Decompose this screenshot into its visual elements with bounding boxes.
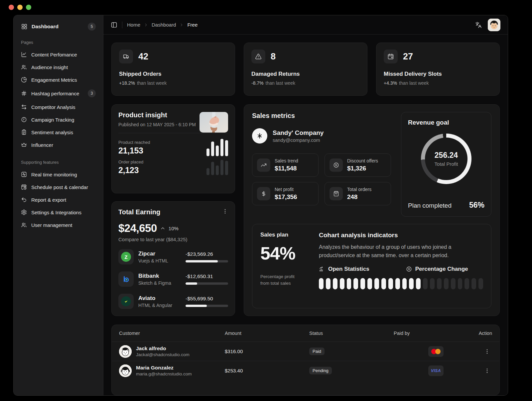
company-name: Sandy' Company [273, 129, 324, 137]
company-amount: -$12,650.31 [186, 273, 228, 279]
progress-bar [186, 305, 228, 307]
company-row-zipcar: Z Zipcar Vuejs & HTML -$23,569.26 [118, 249, 228, 264]
window-controls[interactable] [9, 5, 31, 10]
customer-email: maria.g@shadcnstudio.com [136, 371, 192, 376]
trending-up-icon [261, 162, 267, 168]
gear-icon [21, 209, 27, 215]
hash-icon [21, 90, 27, 96]
metric-label: Product reached [118, 140, 150, 145]
close-window-button[interactable] [9, 5, 14, 10]
dashboard-count-badge: 5 [88, 23, 96, 31]
sidebar-item-competitor-analysis[interactable]: Competitor Analysis [18, 101, 98, 113]
avatar [119, 364, 132, 377]
stat-value: 8 [271, 51, 276, 62]
cohort-pill-progress [319, 278, 483, 289]
total-earning-delta: 10% [169, 226, 179, 231]
amount-cell: $316.00 [225, 349, 309, 354]
bar-chart-trend-icon [319, 266, 325, 272]
avatar [119, 345, 132, 358]
maximize-window-button[interactable] [26, 5, 31, 10]
sales-metrics-card: Sales metrics Sandy' Company sandy@compa… [244, 104, 500, 316]
progress-bar [186, 260, 228, 262]
breadcrumb-home[interactable]: Home [127, 22, 140, 28]
users-icon [21, 222, 27, 228]
row-actions-kebab-icon[interactable] [484, 368, 490, 374]
tile-discount-offers[interactable]: Discount offers $1,326 [325, 153, 391, 177]
app-window: Dashboard 5 Pages Content Perfomance Aud… [13, 15, 508, 396]
tile-sales-trend[interactable]: Sales trend $11,548 [252, 153, 319, 177]
sidebar-item-report-export[interactable]: Report & export [18, 193, 98, 206]
sidebar-item-engagement-metrics[interactable]: Engagement Metrics [18, 73, 98, 86]
status-badge: Paid [309, 348, 325, 355]
stat-value: 42 [138, 51, 148, 62]
stat-label: Missed Delivery Slots [384, 71, 492, 77]
total-earning-card: Total Earning $24,650 10% Compare to las… [111, 201, 235, 316]
chart-line-icon [21, 51, 27, 57]
company-email: sandy@company.com [273, 138, 324, 143]
kebab-menu-icon[interactable] [222, 208, 228, 214]
customer-email: Jackal@shadcnstudio.com [136, 352, 190, 357]
sidebar-item-real-time-monitoring[interactable]: Real time monitoring [18, 168, 98, 181]
minimize-window-button[interactable] [17, 5, 23, 10]
asterisk-logo [252, 128, 267, 144]
sales-metrics-section: Sales metrics Sandy' Company sandy@compa… [252, 112, 394, 217]
clock-icon [21, 117, 27, 123]
cohort-description: Analyzes the behaviour of a group of use… [319, 243, 483, 260]
total-profit-value: 256.24 [435, 151, 458, 160]
product-image [200, 112, 228, 133]
calendar-clock-icon [21, 184, 27, 190]
clipboard-icon [21, 129, 27, 135]
sales-plan-percent: 54% [260, 243, 310, 263]
sidebar-item-sentiment-analysis[interactable]: Sentiment analysis [18, 126, 98, 139]
company-amount: -$55,699.50 [186, 296, 228, 302]
stat-delta: +4.3%than last week [384, 80, 492, 86]
sidebar-item-user-management[interactable]: User management [18, 219, 98, 231]
company-row-aviato: Aviato HTML & Angular -$55,699.50 [118, 294, 228, 309]
hashtag-count-badge: 3 [88, 89, 96, 97]
sidebar: Dashboard 5 Pages Content Perfomance Aud… [14, 15, 103, 395]
stat-card-missed-delivery: 27 Missed Delivery Slots +4.3%than last … [376, 43, 500, 96]
open-statistics-link[interactable]: Open Statistics [319, 266, 369, 272]
avatar-illustration [488, 19, 500, 31]
sidebar-section-pages: Pages [21, 40, 96, 45]
sidebar-item-schedule-post-calendar[interactable]: Schedule post & calendar [18, 181, 98, 193]
stat-label: Damaged Returns [251, 71, 360, 77]
customers-table: Customer Amount Status Paid by Action Ja… [111, 325, 500, 395]
sidebar-item-dashboard[interactable]: Dashboard 5 [18, 20, 98, 33]
tile-net-profit[interactable]: Net profit $17,356 [252, 182, 319, 205]
metric-value: 21,153 [118, 146, 150, 155]
table-row[interactable]: Maria Gonzalez maria.g@shadcnstudio.com … [112, 361, 499, 380]
breadcrumb-dashboard[interactable]: Dashboard [152, 22, 176, 28]
sidebar-item-hashtag-performance[interactable]: Hashtag performance 3 [18, 86, 98, 101]
zipcar-logo: Z [118, 249, 134, 264]
stat-value: 27 [403, 51, 413, 62]
table-row[interactable]: Jack alfredo Jackal@shadcnstudio.com $31… [112, 342, 499, 361]
topbar: Home Dashboard Free [103, 15, 508, 35]
stat-card-shipped-orders: 42 Shipped Orders +18.2%than last week [111, 43, 235, 96]
sales-plan-card: Sales plan 54% Percentage profit from to… [252, 224, 491, 308]
chevron-up-icon [160, 226, 165, 231]
revenue-goal-title: Revenue goal [408, 119, 484, 126]
sales-plan-subtitle: Percentage profit from total sales [260, 273, 300, 287]
arrows-left-right-icon [21, 104, 27, 110]
percent-circle-icon [333, 162, 339, 168]
order-placed-bar-chart [206, 160, 228, 175]
sidebar-item-settings-integrations[interactable]: Settings & Integrations [18, 206, 98, 219]
sidebar-item-campaign-tracking[interactable]: Campaign Tracking [18, 113, 98, 126]
order-placed-row: Order placed 2,123 [118, 158, 228, 177]
percent-circle-icon [406, 266, 412, 272]
truck-icon-tile [119, 50, 133, 63]
users-icon [21, 64, 27, 70]
tile-total-orders[interactable]: Total orders 248 [325, 182, 391, 205]
sidebar-item-content-performance[interactable]: Content Perfomance [18, 48, 98, 61]
percentage-change-link[interactable]: Percentage Change [406, 266, 468, 272]
row-actions-kebab-icon[interactable] [484, 349, 490, 354]
panel-left-icon[interactable] [111, 22, 117, 28]
revenue-donut-chart: 256.24 Total Profit [421, 134, 471, 184]
product-reached-row: Product reached 21,153 [118, 137, 228, 158]
sidebar-dashboard-label: Dashboard [32, 24, 59, 30]
translate-icon[interactable] [475, 22, 482, 28]
sidebar-item-audience-insight[interactable]: Audience insight [18, 61, 98, 73]
user-avatar[interactable] [488, 19, 500, 31]
sidebar-item-influencer[interactable]: Influencer [18, 139, 98, 151]
